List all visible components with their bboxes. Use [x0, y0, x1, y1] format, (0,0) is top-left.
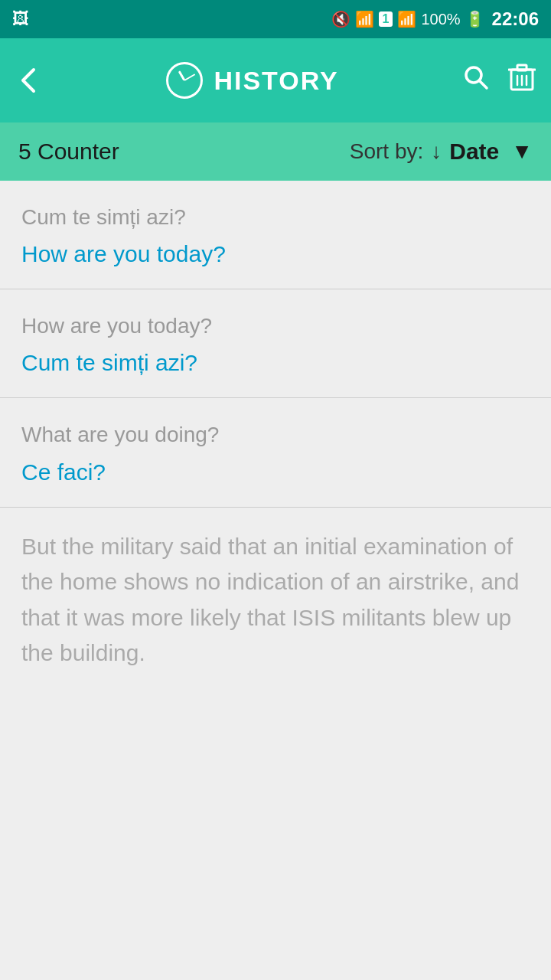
status-bar-right: 🔇 📶 1 📶 100% 🔋 22:06	[331, 8, 539, 30]
battery-percent: 100%	[421, 11, 460, 28]
item-original-text: How are you today?	[21, 311, 530, 341]
toolbar-actions	[462, 62, 536, 99]
toolbar-title-group: HISTORY	[43, 62, 462, 99]
item-original-text: Cum te simți azi?	[21, 202, 530, 232]
list-item[interactable]: But the military said that an initial ex…	[0, 508, 551, 690]
sort-controls[interactable]: Sort by: ↓ Date ▼	[350, 139, 533, 165]
list-item[interactable]: Cum te simți azi? How are you today?	[0, 181, 551, 289]
sort-value-label: Date	[449, 139, 499, 165]
sort-by-label: Sort by:	[350, 139, 423, 164]
list-item[interactable]: How are you today? Cum te simți azi?	[0, 289, 551, 398]
item-translation-text: Ce faci?	[21, 456, 530, 488]
toolbar-title-text: HISTORY	[214, 66, 338, 96]
battery-icon: 🔋	[465, 10, 484, 28]
sort-dropdown-icon[interactable]: ▼	[511, 139, 533, 164]
counter-label: 5 Counter	[18, 139, 119, 165]
history-list: Cum te simți azi? How are you today? How…	[0, 181, 551, 690]
photo-icon: 🖼	[12, 9, 29, 29]
status-bar: 🖼 🔇 📶 1 📶 100% 🔋 22:06	[0, 0, 551, 38]
clock-icon	[166, 62, 203, 99]
svg-rect-4	[517, 65, 527, 70]
back-button[interactable]	[15, 67, 43, 94]
toolbar: HISTORY	[0, 38, 551, 122]
item-translation-text: Cum te simți azi?	[21, 347, 530, 379]
wifi-icon: 📶	[355, 10, 374, 28]
signal-icon: 📶	[397, 10, 416, 28]
search-button[interactable]	[462, 64, 490, 97]
item-original-text: What are you doing?	[21, 420, 530, 449]
list-item[interactable]: What are you doing? Ce faci?	[0, 398, 551, 507]
sort-direction-icon: ↓	[431, 139, 442, 164]
svg-line-1	[479, 80, 487, 88]
mute-icon: 🔇	[331, 10, 350, 28]
clock-minute-hand	[184, 74, 196, 81]
status-bar-left: 🖼	[12, 9, 29, 29]
time-display: 22:06	[492, 8, 539, 30]
subheader: 5 Counter Sort by: ↓ Date ▼	[0, 122, 551, 181]
delete-button[interactable]	[508, 62, 536, 99]
sim-icon: 1	[379, 11, 393, 27]
item-long-text: But the military said that an initial ex…	[21, 529, 530, 671]
item-translation-text: How are you today?	[21, 238, 530, 270]
